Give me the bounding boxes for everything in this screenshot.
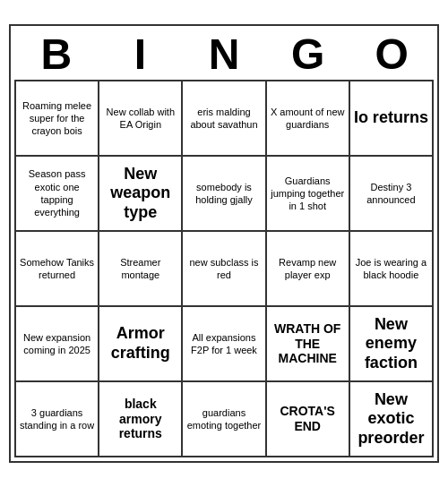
bingo-cell-3[interactable]: X amount of new guardians [267, 81, 350, 157]
header-g: G [266, 30, 350, 80]
bingo-cell-8[interactable]: Guardians jumping together in 1 shot [267, 157, 350, 232]
header-n: N [182, 30, 266, 80]
bingo-cell-9[interactable]: Destiny 3 announced [350, 157, 434, 232]
bingo-cell-15[interactable]: New expansion coming in 2025 [16, 307, 99, 382]
bingo-cell-14[interactable]: Joe is wearing a black hoodie [350, 232, 434, 307]
bingo-cell-11[interactable]: Streamer montage [99, 232, 183, 307]
header-b: B [14, 30, 99, 80]
bingo-cell-10[interactable]: Somehow Taniks returned [16, 232, 99, 307]
bingo-cell-19[interactable]: New enemy faction [350, 307, 434, 382]
bingo-header: B I N G O [14, 30, 434, 80]
bingo-cell-6[interactable]: New weapon type [99, 157, 183, 232]
bingo-cell-24[interactable]: New exotic preorder [350, 382, 434, 457]
bingo-cell-2[interactable]: eris malding about savathun [183, 81, 266, 157]
bingo-cell-7[interactable]: somebody is holding gjally [183, 157, 266, 232]
bingo-cell-13[interactable]: Revamp new player exp [267, 232, 350, 307]
bingo-cell-12[interactable]: new subclass is red [183, 232, 266, 307]
bingo-cell-18[interactable]: WRATH OF THE MACHINE [267, 307, 350, 382]
bingo-cell-0[interactable]: Roaming melee super for the crayon bois [16, 81, 99, 157]
header-o: O [349, 30, 434, 80]
bingo-grid: Roaming melee super for the crayon boisN… [14, 80, 434, 457]
bingo-cell-5[interactable]: Season pass exotic one tapping everythin… [16, 157, 99, 232]
bingo-cell-1[interactable]: New collab with EA Origin [99, 81, 183, 157]
bingo-cell-16[interactable]: Armor crafting [99, 307, 183, 382]
bingo-cell-22[interactable]: guardians emoting together [183, 382, 266, 457]
bingo-cell-4[interactable]: Io returns [350, 81, 434, 157]
bingo-card: B I N G O Roaming melee super for the cr… [9, 24, 439, 463]
bingo-cell-21[interactable]: black armory returns [99, 382, 183, 457]
bingo-cell-17[interactable]: All expansions F2P for 1 week [183, 307, 266, 382]
bingo-cell-20[interactable]: 3 guardians standing in a row [16, 382, 99, 457]
bingo-cell-23[interactable]: CROTA'S END [267, 382, 350, 457]
header-i: I [99, 30, 183, 80]
